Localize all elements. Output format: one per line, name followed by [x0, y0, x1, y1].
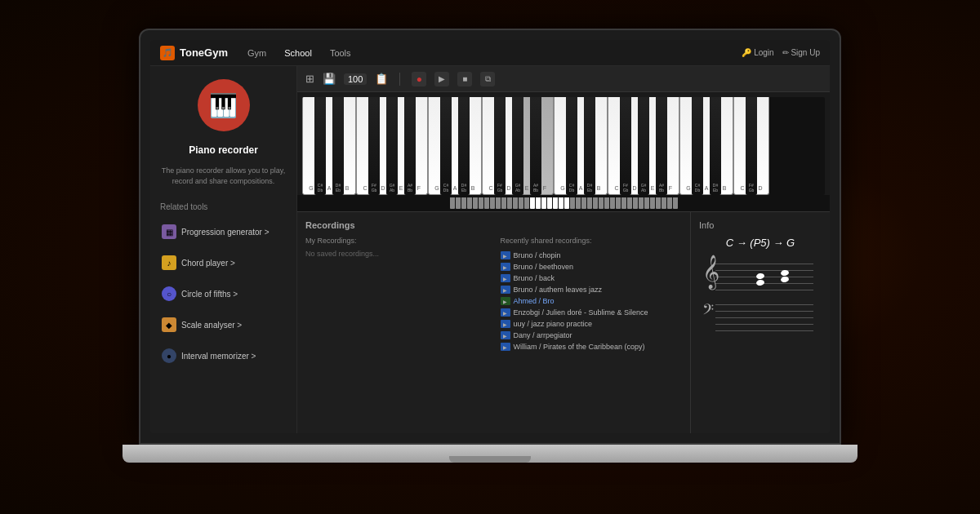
stop-button[interactable]: ■ [457, 72, 472, 86]
shared-recording-item[interactable]: ▶Bruno / authem leaves jazz [501, 284, 683, 295]
note-c [755, 273, 764, 280]
staff-line-8 [715, 317, 813, 318]
black-key-9[interactable]: A# Bb [530, 97, 541, 195]
staff-line-7 [715, 311, 813, 312]
shared-recording-item[interactable]: ▶Enzobgi / Julien doré - Sublime & Silen… [501, 307, 683, 318]
note-g [780, 269, 789, 277]
staff-area: 𝄞 𝄢 [699, 257, 822, 339]
staff-line-2 [715, 270, 813, 271]
circle-icon: ○ [162, 286, 176, 301]
nav-auth: 🔑 Login ✏ Sign Up [742, 48, 820, 57]
piano[interactable]: GABCDEFGABCDEFGABCDEFGABCDC# DbD# EbF# G… [302, 97, 825, 195]
black-key-15[interactable]: C# Db [692, 97, 703, 195]
recording-label: Bruno / beethoven [514, 263, 574, 271]
interval-label: Interval memorizer > [181, 352, 256, 361]
shared-recording-item[interactable]: ▶Bruno / beethoven [501, 261, 683, 273]
recording-label: Enzobgi / Julien doré - Sublime & Silenc… [514, 308, 648, 317]
black-key-3[interactable]: G# Ab [386, 97, 398, 195]
mini-key-5 [479, 197, 483, 209]
shared-recording-item[interactable]: ▶Bruno / chopin [501, 250, 683, 261]
progression-icon: ▦ [162, 224, 176, 239]
mini-key-19 [559, 197, 564, 209]
play-button[interactable]: ▶ [434, 72, 449, 86]
record-icon: ● [416, 73, 422, 85]
black-key-13[interactable]: G# Ab [638, 97, 649, 195]
related-scale[interactable]: ◆ Scale analyser > [160, 314, 287, 335]
shared-recording-item[interactable]: ▶Bruno / back [501, 273, 683, 284]
mini-key-9 [501, 197, 506, 209]
nav-school[interactable]: School [281, 47, 315, 60]
record-button[interactable]: ● [412, 72, 426, 86]
related-chord[interactable]: ♪ Chord player > [160, 252, 287, 273]
black-key-6[interactable]: D# Eb [458, 97, 470, 195]
logo-text: ToneGym [180, 47, 228, 59]
mini-key-4 [473, 197, 478, 209]
mini-key-12 [519, 197, 523, 209]
logo: 🎵 ToneGym [160, 46, 228, 60]
recording-icon: ▶ [501, 251, 510, 259]
related-progression[interactable]: ▦ Progression generator > [160, 221, 287, 242]
staff-line-9 [715, 324, 813, 325]
sidebar-desc: The piano recorder allows you to play, r… [160, 166, 287, 186]
mini-key-1 [456, 197, 461, 209]
black-key-12[interactable]: F# Gb [620, 97, 631, 195]
mini-key-11 [513, 197, 518, 209]
mini-key-6 [484, 197, 489, 209]
black-key-4[interactable]: A# Bb [404, 97, 416, 195]
related-interval[interactable]: ● Interval memorizer > [160, 345, 287, 366]
login-button[interactable]: 🔑 Login [742, 48, 773, 57]
related-tools-title: Related tools [160, 202, 287, 211]
recording-label: Bruno / chopin [514, 251, 561, 259]
navbar: 🎵 ToneGym Gym School Tools 🔑 Login ✏ Sig… [150, 40, 830, 66]
black-key-0[interactable]: C# Db [314, 97, 326, 195]
shared-recording-item[interactable]: ▶Dany / arrpegiator [501, 330, 683, 341]
mini-key-32 [633, 197, 638, 209]
my-recordings-empty: No saved recordings... [305, 250, 488, 258]
nav-gym[interactable]: Gym [244, 47, 270, 60]
black-key-16[interactable]: D# Eb [710, 97, 721, 195]
recording-label: Ahmed / Bro [514, 297, 555, 305]
shared-recording-item[interactable]: ▶Ahmed / Bro [501, 295, 683, 307]
loop-button[interactable]: ⧉ [480, 72, 495, 86]
black-key-1[interactable]: D# Eb [332, 97, 344, 195]
related-circle[interactable]: ○ Circle of fifths > [160, 283, 287, 304]
toolbar-grid-icon[interactable]: ⊞ [305, 73, 314, 85]
mini-key-8 [496, 197, 501, 209]
sidebar-title: Piano recorder [160, 144, 287, 156]
recording-icon: ▶ [501, 297, 510, 305]
toolbar-save-icon[interactable]: 💾 [323, 73, 336, 85]
toolbar-clip-icon[interactable]: 📋 [375, 73, 388, 85]
content-area: ⊞ 💾 100 📋 ● ▶ ■ [297, 66, 830, 433]
staff-line-3 [715, 277, 813, 277]
mini-key-13 [524, 197, 529, 209]
mini-key-37 [662, 197, 666, 209]
shared-recordings-title: Recently shared recordings: [501, 237, 683, 245]
black-key-8[interactable]: G# Ab [512, 97, 523, 195]
mini-key-27 [604, 197, 609, 209]
sidebar: 🎹 Piano recorder The piano recorder allo… [150, 66, 297, 433]
black-key-10[interactable]: C# Db [566, 97, 577, 195]
black-key-14[interactable]: A# Bb [656, 97, 667, 195]
shared-recordings-col: Recently shared recordings: ▶Bruno / cho… [501, 237, 683, 352]
nav-tools[interactable]: Tools [327, 47, 354, 60]
note-e [755, 279, 764, 286]
mini-key-14 [530, 197, 535, 209]
black-key-7[interactable]: F# Gb [494, 97, 506, 195]
black-key-11[interactable]: D# Eb [584, 97, 595, 195]
black-key-5[interactable]: C# Db [440, 97, 452, 195]
shared-recording-item[interactable]: ▶William / Pirates of the Caribbean (cop… [501, 341, 683, 352]
mini-key-22 [576, 197, 581, 209]
mini-key-23 [581, 197, 586, 209]
recording-label: William / Pirates of the Caribbean (copy… [514, 343, 645, 351]
toolbar: ⊞ 💾 100 📋 ● ▶ ■ [297, 66, 830, 92]
mini-key-17 [547, 197, 552, 209]
shared-recording-item[interactable]: ▶uuy / jazz piano practice [501, 318, 683, 330]
bottom-panels: Recordings My Recordings: No saved recor… [297, 211, 830, 433]
recording-label: Dany / arrpegiator [514, 331, 572, 339]
recording-icon: ▶ [501, 331, 510, 339]
mini-key-25 [593, 197, 598, 209]
black-key-17[interactable]: F# Gb [746, 97, 757, 195]
note-b [780, 276, 789, 283]
black-key-2[interactable]: F# Gb [368, 97, 380, 195]
signup-button[interactable]: ✏ Sign Up [782, 48, 820, 57]
